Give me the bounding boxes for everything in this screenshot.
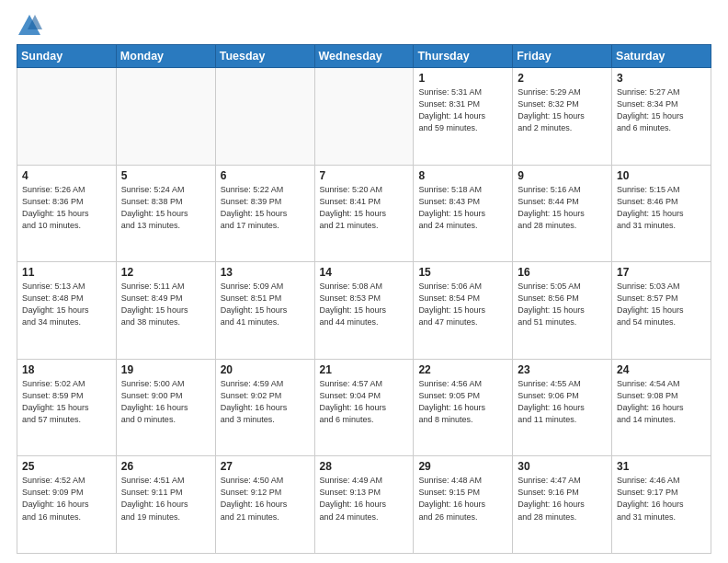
day-info: Sunrise: 5:08 AM Sunset: 8:53 PM Dayligh… — [320, 281, 409, 328]
day-number: 25 — [22, 460, 111, 473]
calendar-body: 1Sunrise: 5:31 AM Sunset: 8:31 PM Daylig… — [17, 68, 711, 554]
day-cell — [215, 68, 314, 166]
day-cell: 10Sunrise: 5:15 AM Sunset: 8:46 PM Dayli… — [612, 165, 711, 262]
day-cell: 14Sunrise: 5:08 AM Sunset: 8:53 PM Dayli… — [314, 262, 414, 360]
week-row-4: 18Sunrise: 5:02 AM Sunset: 8:59 PM Dayli… — [17, 359, 711, 456]
day-cell: 24Sunrise: 4:54 AM Sunset: 9:08 PM Dayli… — [612, 359, 711, 456]
day-info: Sunrise: 5:20 AM Sunset: 8:41 PM Dayligh… — [320, 184, 409, 232]
day-cell: 31Sunrise: 4:46 AM Sunset: 9:17 PM Dayli… — [612, 456, 711, 554]
day-cell: 30Sunrise: 4:47 AM Sunset: 9:16 PM Dayli… — [513, 456, 612, 554]
day-cell: 20Sunrise: 4:59 AM Sunset: 9:02 PM Dayli… — [215, 359, 314, 456]
day-number: 23 — [518, 363, 607, 376]
day-number: 6 — [221, 169, 310, 182]
day-number: 10 — [617, 169, 706, 182]
day-info: Sunrise: 4:47 AM Sunset: 9:16 PM Dayligh… — [518, 475, 607, 523]
day-cell: 19Sunrise: 5:00 AM Sunset: 9:00 PM Dayli… — [116, 359, 215, 456]
week-row-3: 11Sunrise: 5:13 AM Sunset: 8:48 PM Dayli… — [17, 262, 711, 360]
day-info: Sunrise: 4:54 AM Sunset: 9:08 PM Dayligh… — [617, 378, 706, 426]
day-info: Sunrise: 5:06 AM Sunset: 8:54 PM Dayligh… — [418, 281, 507, 328]
day-info: Sunrise: 5:05 AM Sunset: 8:56 PM Dayligh… — [518, 281, 607, 328]
day-info: Sunrise: 5:31 AM Sunset: 8:31 PM Dayligh… — [418, 86, 507, 134]
dow-header-monday: Monday — [116, 45, 215, 68]
day-info: Sunrise: 5:18 AM Sunset: 8:43 PM Dayligh… — [418, 184, 507, 232]
day-number: 4 — [22, 169, 111, 182]
day-cell: 29Sunrise: 4:48 AM Sunset: 9:15 PM Dayli… — [414, 456, 513, 554]
day-cell: 2Sunrise: 5:29 AM Sunset: 8:32 PM Daylig… — [513, 68, 612, 166]
day-number: 30 — [518, 460, 607, 473]
day-number: 19 — [121, 363, 210, 376]
week-row-1: 1Sunrise: 5:31 AM Sunset: 8:31 PM Daylig… — [17, 68, 711, 166]
logo — [17, 13, 46, 39]
day-info: Sunrise: 4:51 AM Sunset: 9:11 PM Dayligh… — [121, 475, 210, 523]
day-cell — [314, 68, 414, 166]
dow-header-sunday: Sunday — [17, 45, 117, 68]
day-info: Sunrise: 4:52 AM Sunset: 9:09 PM Dayligh… — [22, 475, 111, 523]
day-info: Sunrise: 5:13 AM Sunset: 8:48 PM Dayligh… — [22, 281, 111, 328]
day-info: Sunrise: 4:49 AM Sunset: 9:13 PM Dayligh… — [320, 475, 409, 523]
week-row-2: 4Sunrise: 5:26 AM Sunset: 8:36 PM Daylig… — [17, 165, 711, 262]
day-cell: 27Sunrise: 4:50 AM Sunset: 9:12 PM Dayli… — [215, 456, 314, 554]
day-cell: 12Sunrise: 5:11 AM Sunset: 8:49 PM Dayli… — [116, 262, 215, 360]
day-number: 9 — [518, 169, 607, 182]
day-number: 12 — [121, 266, 210, 279]
day-cell: 11Sunrise: 5:13 AM Sunset: 8:48 PM Dayli… — [17, 262, 117, 360]
day-cell: 3Sunrise: 5:27 AM Sunset: 8:34 PM Daylig… — [612, 68, 711, 166]
day-cell: 28Sunrise: 4:49 AM Sunset: 9:13 PM Dayli… — [314, 456, 414, 554]
day-info: Sunrise: 4:50 AM Sunset: 9:12 PM Dayligh… — [221, 475, 310, 523]
day-info: Sunrise: 5:26 AM Sunset: 8:36 PM Dayligh… — [22, 184, 111, 232]
dow-header-saturday: Saturday — [612, 45, 711, 68]
day-info: Sunrise: 5:11 AM Sunset: 8:49 PM Dayligh… — [121, 281, 210, 328]
day-info: Sunrise: 5:16 AM Sunset: 8:44 PM Dayligh… — [518, 184, 607, 232]
day-info: Sunrise: 5:00 AM Sunset: 9:00 PM Dayligh… — [121, 378, 210, 426]
day-number: 8 — [418, 169, 507, 182]
day-cell — [17, 68, 117, 166]
day-info: Sunrise: 4:48 AM Sunset: 9:15 PM Dayligh… — [418, 475, 507, 523]
page: SundayMondayTuesdayWednesdayThursdayFrid… — [0, 0, 728, 563]
dow-header-tuesday: Tuesday — [215, 45, 314, 68]
day-cell — [116, 68, 215, 166]
day-info: Sunrise: 5:09 AM Sunset: 8:51 PM Dayligh… — [221, 281, 310, 328]
day-cell: 26Sunrise: 4:51 AM Sunset: 9:11 PM Dayli… — [116, 456, 215, 554]
day-cell: 13Sunrise: 5:09 AM Sunset: 8:51 PM Dayli… — [215, 262, 314, 360]
day-cell: 7Sunrise: 5:20 AM Sunset: 8:41 PM Daylig… — [314, 165, 414, 262]
day-number: 17 — [617, 266, 706, 279]
day-number: 29 — [418, 460, 507, 473]
day-number: 14 — [320, 266, 409, 279]
day-cell: 1Sunrise: 5:31 AM Sunset: 8:31 PM Daylig… — [414, 68, 513, 166]
day-number: 7 — [320, 169, 409, 182]
day-info: Sunrise: 4:56 AM Sunset: 9:05 PM Dayligh… — [418, 378, 507, 426]
day-info: Sunrise: 5:02 AM Sunset: 8:59 PM Dayligh… — [22, 378, 111, 426]
calendar-table: SundayMondayTuesdayWednesdayThursdayFrid… — [17, 44, 711, 554]
day-number: 20 — [221, 363, 310, 376]
day-cell: 16Sunrise: 5:05 AM Sunset: 8:56 PM Dayli… — [513, 262, 612, 360]
day-number: 18 — [22, 363, 111, 376]
day-number: 2 — [518, 72, 607, 85]
dow-header-thursday: Thursday — [414, 45, 513, 68]
day-number: 15 — [418, 266, 507, 279]
day-number: 5 — [121, 169, 210, 182]
day-number: 28 — [320, 460, 409, 473]
day-info: Sunrise: 4:55 AM Sunset: 9:06 PM Dayligh… — [518, 378, 607, 426]
day-info: Sunrise: 5:29 AM Sunset: 8:32 PM Dayligh… — [518, 86, 607, 134]
day-number: 13 — [221, 266, 310, 279]
day-cell: 25Sunrise: 4:52 AM Sunset: 9:09 PM Dayli… — [17, 456, 117, 554]
day-cell: 6Sunrise: 5:22 AM Sunset: 8:39 PM Daylig… — [215, 165, 314, 262]
day-cell: 18Sunrise: 5:02 AM Sunset: 8:59 PM Dayli… — [17, 359, 117, 456]
day-info: Sunrise: 5:24 AM Sunset: 8:38 PM Dayligh… — [121, 184, 210, 232]
day-cell: 17Sunrise: 5:03 AM Sunset: 8:57 PM Dayli… — [612, 262, 711, 360]
day-number: 24 — [617, 363, 706, 376]
day-number: 1 — [418, 72, 507, 85]
day-info: Sunrise: 5:03 AM Sunset: 8:57 PM Dayligh… — [617, 281, 706, 328]
day-number: 27 — [221, 460, 310, 473]
day-number: 16 — [518, 266, 607, 279]
logo-icon — [17, 13, 42, 39]
day-number: 31 — [617, 460, 706, 473]
week-row-5: 25Sunrise: 4:52 AM Sunset: 9:09 PM Dayli… — [17, 456, 711, 554]
day-info: Sunrise: 4:59 AM Sunset: 9:02 PM Dayligh… — [221, 378, 310, 426]
day-cell: 22Sunrise: 4:56 AM Sunset: 9:05 PM Dayli… — [414, 359, 513, 456]
day-info: Sunrise: 4:57 AM Sunset: 9:04 PM Dayligh… — [320, 378, 409, 426]
day-number: 26 — [121, 460, 210, 473]
day-info: Sunrise: 5:22 AM Sunset: 8:39 PM Dayligh… — [221, 184, 310, 232]
day-of-week-row: SundayMondayTuesdayWednesdayThursdayFrid… — [17, 45, 711, 68]
dow-header-wednesday: Wednesday — [314, 45, 414, 68]
